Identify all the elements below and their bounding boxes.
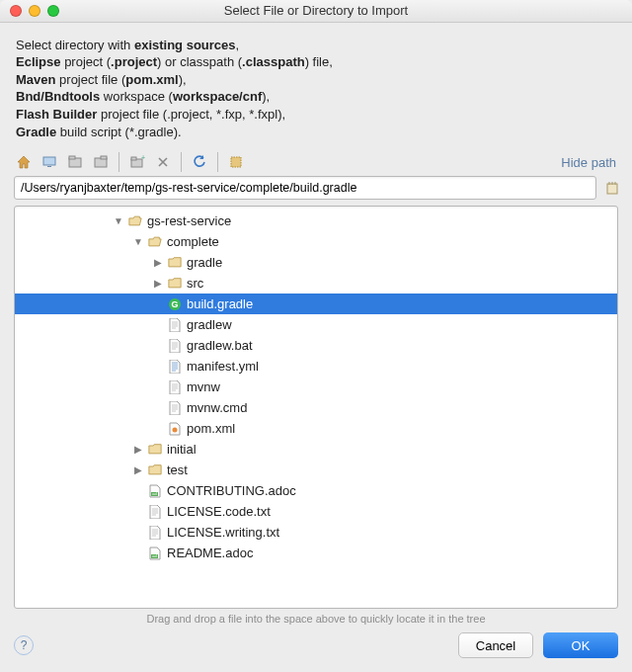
expand-arrow-icon[interactable]: ▶ <box>153 257 163 268</box>
separator <box>181 152 182 172</box>
help-icon[interactable]: ? <box>14 635 34 655</box>
tree-label: LICENSE.writing.txt <box>167 525 279 540</box>
tree-file[interactable]: gradlew.bat <box>15 335 617 356</box>
text-bold: existing sources <box>134 38 236 52</box>
text-bold: Maven <box>16 72 55 87</box>
tree-file-selected[interactable]: Gbuild.gradle <box>15 294 617 314</box>
cancel-button[interactable]: Cancel <box>458 632 533 658</box>
tree-folder[interactable]: ▶gradle <box>15 252 617 273</box>
tree-label: test <box>167 462 188 477</box>
tree-file[interactable]: adCONTRIBUTING.adoc <box>15 480 617 501</box>
adoc-file-icon: ad <box>147 546 163 561</box>
toolbar: + Hide path <box>0 150 632 176</box>
text: , <box>236 38 240 52</box>
title-bar: Select File or Directory to Import <box>0 0 632 23</box>
path-input[interactable] <box>14 176 596 200</box>
separator <box>118 152 119 172</box>
hide-path-link[interactable]: Hide path <box>561 155 616 170</box>
text: workspace ( <box>100 89 173 104</box>
home-icon[interactable] <box>14 152 34 172</box>
svg-rect-1 <box>47 166 51 167</box>
tree-folder[interactable]: ▼complete <box>15 231 617 252</box>
svg-point-13 <box>173 427 178 432</box>
module-icon[interactable] <box>91 152 111 172</box>
text-file-icon <box>167 400 183 416</box>
svg-rect-9 <box>231 157 241 167</box>
expand-arrow-icon[interactable]: ▶ <box>133 444 143 455</box>
file-tree[interactable]: ▼gs-rest-service ▼complete ▶gradle ▶src … <box>14 206 618 609</box>
tree-label: CONTRIBUTING.adoc <box>167 483 296 498</box>
tree-label: initial <box>167 442 197 457</box>
new-folder-icon[interactable]: + <box>127 152 147 172</box>
text-file-icon <box>167 338 183 354</box>
close-window-button[interactable] <box>10 5 22 17</box>
project-icon[interactable] <box>65 152 85 172</box>
tree-file[interactable]: manifest.yml <box>15 356 617 377</box>
text-file-icon <box>167 379 183 395</box>
desktop-icon[interactable] <box>40 152 59 172</box>
text: ) file, <box>305 54 333 69</box>
dialog-footer: ? Cancel OK <box>0 632 632 672</box>
folder-closed-icon <box>167 255 183 271</box>
tree-folder[interactable]: ▼gs-rest-service <box>15 210 617 231</box>
text-bold: Eclipse <box>16 54 61 69</box>
text-bold: Flash Builder <box>16 107 97 122</box>
tree-label: gradle <box>187 255 222 270</box>
tree-file[interactable]: gradlew <box>15 314 617 335</box>
tree-label: build.gradle <box>187 296 253 311</box>
svg-text:ad: ad <box>152 553 156 558</box>
tree-file[interactable]: pom.xml <box>15 418 617 439</box>
history-icon[interactable] <box>602 178 622 198</box>
svg-rect-7 <box>131 157 136 160</box>
tree-label: src <box>187 276 203 291</box>
text-file-icon <box>167 317 183 333</box>
minimize-window-button[interactable] <box>29 5 40 17</box>
tree-file[interactable]: mvnw <box>15 377 617 397</box>
expand-arrow-icon[interactable]: ▼ <box>133 236 143 247</box>
folder-open-icon <box>127 213 143 229</box>
window-controls <box>10 5 59 17</box>
text: project file ( <box>55 72 125 87</box>
delete-icon[interactable] <box>153 152 173 172</box>
tree-file[interactable]: LICENSE.writing.txt <box>15 522 617 543</box>
text-bold: Bnd/Bndtools <box>16 89 100 104</box>
refresh-icon[interactable] <box>190 152 209 172</box>
tree-folder[interactable]: ▶initial <box>15 439 617 460</box>
zoom-window-button[interactable] <box>47 5 59 17</box>
tree-folder[interactable]: ▶src <box>15 273 617 294</box>
text: ) or classpath ( <box>157 54 242 69</box>
expand-arrow-icon[interactable]: ▶ <box>133 464 143 475</box>
text: ), <box>179 72 187 87</box>
folder-open-icon <box>147 234 163 250</box>
text: project file (.project, *.fxp, *.fxpl), <box>97 107 285 122</box>
svg-rect-5 <box>101 156 107 159</box>
tree-file[interactable]: adREADME.adoc <box>15 543 617 563</box>
tree-label: manifest.yml <box>187 359 259 374</box>
text-bold: Gradle <box>16 125 56 139</box>
svg-text:ad: ad <box>152 491 156 496</box>
expand-arrow-icon[interactable]: ▶ <box>153 278 163 289</box>
folder-closed-icon <box>147 462 163 478</box>
text-bold: pom.xml <box>125 72 178 87</box>
tree-label: LICENSE.code.txt <box>167 504 271 519</box>
show-hidden-icon[interactable] <box>226 152 246 172</box>
tree-label: gradlew.bat <box>187 338 253 353</box>
adoc-file-icon: ad <box>147 483 163 499</box>
folder-closed-icon <box>167 276 183 292</box>
drop-hint: Drag and drop a file into the space abov… <box>0 609 632 632</box>
folder-closed-icon <box>147 442 163 458</box>
text-bold: .project <box>111 54 157 69</box>
svg-text:+: + <box>141 154 145 161</box>
svg-rect-10 <box>607 184 617 194</box>
text-bold: .classpath <box>242 54 305 69</box>
tree-file[interactable]: LICENSE.code.txt <box>15 501 617 522</box>
tree-label: complete <box>167 234 219 249</box>
svg-text:G: G <box>171 299 178 309</box>
ok-button[interactable]: OK <box>543 632 618 658</box>
text-file-icon <box>147 525 163 541</box>
instructions-text: Select directory with existing sources, … <box>0 23 632 150</box>
text: ), <box>262 89 270 104</box>
tree-folder[interactable]: ▶test <box>15 460 617 480</box>
expand-arrow-icon[interactable]: ▼ <box>114 215 123 226</box>
tree-file[interactable]: mvnw.cmd <box>15 397 617 418</box>
